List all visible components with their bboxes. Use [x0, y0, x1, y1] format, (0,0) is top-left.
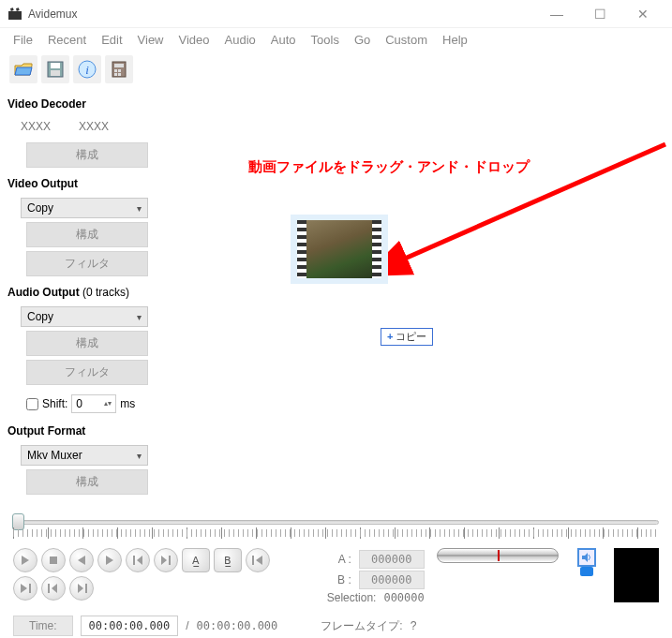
- sel-label: Selection:: [327, 591, 377, 604]
- goto-start-button[interactable]: [246, 548, 270, 572]
- stop-button[interactable]: [41, 548, 66, 572]
- svg-rect-9: [114, 64, 124, 67]
- play-button[interactable]: [13, 548, 37, 572]
- status-bar: Time: 00:00:00.000 / 00:00:00.000 フレームタイ…: [0, 612, 672, 638]
- shift-unit: ms: [120, 397, 135, 410]
- menu-go[interactable]: Go: [349, 31, 376, 49]
- open-file-button[interactable]: [9, 55, 37, 83]
- time-current[interactable]: 00:00:00.000: [81, 616, 179, 636]
- svg-rect-18: [252, 556, 254, 565]
- menu-video[interactable]: Video: [173, 31, 216, 49]
- menu-recent[interactable]: Recent: [42, 31, 92, 49]
- shift-label: Shift:: [42, 397, 67, 410]
- decoder-a: XXXX: [21, 120, 51, 133]
- time-label: Time:: [13, 616, 73, 636]
- decoder-configure-button[interactable]: 構成: [26, 142, 148, 168]
- info-button[interactable]: i: [73, 55, 101, 83]
- jog-wheel[interactable]: [437, 548, 559, 563]
- video-output-label: Video Output: [6, 171, 163, 194]
- video-thumbnail-icon: [297, 220, 381, 278]
- svg-text:i: i: [85, 63, 89, 77]
- annotation-arrow: [169, 88, 672, 369]
- annotation-text: 動画ファイルをドラッグ・アンド・ドロップ: [248, 158, 530, 176]
- menu-audio[interactable]: Audio: [219, 31, 261, 49]
- save-button[interactable]: [41, 55, 69, 83]
- sel-a-value: 000000: [359, 550, 425, 569]
- shift-spinbox[interactable]: 0: [71, 394, 116, 413]
- svg-rect-4: [51, 63, 60, 68]
- volume-handle[interactable]: [580, 567, 593, 576]
- sel-b-value: 000000: [359, 571, 425, 589]
- prev-keyframe-button[interactable]: [126, 548, 150, 572]
- window-title: Avidemux: [28, 7, 77, 21]
- svg-rect-15: [50, 556, 57, 564]
- goto-end-button[interactable]: [13, 576, 37, 601]
- menu-file[interactable]: File: [7, 31, 38, 49]
- sidebar: Video Decoder XXXX XXXX 構成 Video Output …: [0, 88, 169, 514]
- next-frame-button[interactable]: [97, 548, 122, 572]
- svg-rect-10: [114, 69, 117, 72]
- toolbar: i: [0, 51, 672, 88]
- copy-badge: コピー: [381, 328, 433, 346]
- goto-marker-b-button[interactable]: [69, 576, 94, 601]
- svg-rect-1: [10, 7, 14, 11]
- svg-rect-16: [133, 556, 135, 565]
- svg-rect-20: [48, 584, 50, 593]
- audio-output-label: Audio Output (0 tracks): [6, 280, 163, 303]
- sel-value: 000000: [383, 591, 424, 604]
- svg-rect-2: [16, 7, 20, 11]
- playback-controls: A̲ B̲: [13, 548, 296, 601]
- frametype-value: ?: [411, 619, 417, 632]
- audio-filter-button[interactable]: フィルタ: [26, 360, 148, 385]
- drop-target[interactable]: [291, 215, 388, 284]
- minimize-button[interactable]: —: [535, 0, 578, 28]
- speaker-icon: [581, 552, 592, 563]
- audio-preview-box: [614, 548, 659, 602]
- shift-checkbox[interactable]: [26, 398, 38, 410]
- frametype-label: フレームタイプ:: [321, 618, 402, 634]
- video-output-select[interactable]: Copy: [21, 198, 148, 218]
- menu-tools[interactable]: Tools: [306, 31, 345, 49]
- decoder-b: XXXX: [79, 120, 109, 133]
- format-configure-button[interactable]: 構成: [26, 469, 148, 495]
- svg-rect-11: [118, 69, 121, 72]
- svg-rect-5: [51, 70, 60, 76]
- menubar: File Recent Edit View Video Audio Auto T…: [0, 28, 672, 51]
- video-configure-button[interactable]: 構成: [26, 222, 148, 247]
- svg-rect-19: [29, 584, 31, 593]
- menu-edit[interactable]: Edit: [96, 31, 127, 49]
- calculator-button[interactable]: [105, 55, 133, 83]
- menu-auto[interactable]: Auto: [265, 31, 302, 49]
- time-total: 00:00:00.000: [197, 619, 278, 632]
- video-filter-button[interactable]: フィルタ: [26, 251, 148, 276]
- sel-b-label: B :: [337, 573, 351, 586]
- set-marker-a-button[interactable]: A̲: [182, 548, 210, 572]
- audio-configure-button[interactable]: 構成: [26, 331, 148, 356]
- app-icon: [7, 7, 22, 22]
- menu-view[interactable]: View: [132, 31, 170, 49]
- svg-rect-21: [85, 584, 87, 593]
- prev-frame-button[interactable]: [69, 548, 94, 572]
- audio-output-select[interactable]: Copy: [21, 306, 148, 327]
- menu-custom[interactable]: Custom: [380, 31, 433, 49]
- next-keyframe-button[interactable]: [154, 548, 178, 572]
- goto-marker-a-button[interactable]: [41, 576, 66, 601]
- svg-rect-13: [118, 73, 121, 76]
- svg-rect-12: [114, 73, 117, 76]
- svg-rect-0: [8, 11, 22, 20]
- output-format-label: Output Format: [6, 419, 163, 441]
- sel-a-label: A :: [338, 553, 351, 566]
- timeline-slider[interactable]: [13, 520, 659, 542]
- set-marker-b-button[interactable]: B̲: [214, 548, 242, 572]
- video-decoder-label: Video Decoder: [6, 92, 163, 114]
- time-sep: /: [186, 619, 188, 632]
- output-format-select[interactable]: Mkv Muxer: [21, 445, 148, 466]
- menu-help[interactable]: Help: [437, 31, 473, 49]
- selection-panel: A :000000 B :000000 Selection:000000: [307, 548, 425, 606]
- maximize-button[interactable]: ☐: [578, 0, 621, 28]
- svg-rect-17: [169, 556, 171, 565]
- volume-button[interactable]: [577, 548, 596, 567]
- close-button[interactable]: ✕: [621, 0, 665, 28]
- preview-area[interactable]: 動画ファイルをドラッグ・アンド・ドロップ コピー: [169, 88, 672, 514]
